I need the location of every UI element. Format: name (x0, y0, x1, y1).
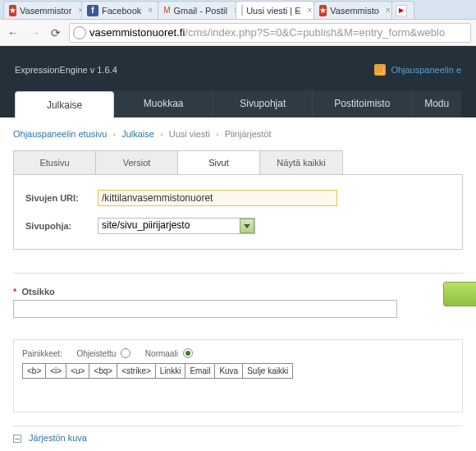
subtab-pages[interactable]: Sivut (178, 151, 260, 174)
format-buttons: <b> <i> <u> <bq> <strike> Linkki Email K… (22, 363, 454, 379)
strike-button[interactable]: <strike> (117, 363, 156, 379)
chevron-right-icon: › (109, 129, 119, 139)
minus-icon[interactable]: − (13, 435, 21, 443)
facebook-icon: f (87, 5, 98, 16)
reload-button[interactable]: ⟳ (48, 25, 64, 41)
email-button[interactable]: Email (185, 363, 215, 379)
mode-normal-radio[interactable] (183, 348, 193, 358)
breadcrumb-item: Piirijärjestöt (225, 129, 272, 139)
tab-label: Gmail - Postil (174, 6, 227, 16)
forward-button[interactable]: → (26, 25, 43, 41)
italic-button[interactable]: <i> (45, 363, 66, 379)
closeall-button[interactable]: Sulje kaikki (242, 363, 293, 379)
required-icon: * (13, 287, 16, 297)
tab-label: Uusi viesti | E (246, 6, 300, 16)
content-area: Ohjauspaneelin etusivu › Julkaise › Uusi… (0, 117, 476, 449)
editor-toolbar: Painikkeet: Ohjeistettu Normaali <b> <i>… (13, 339, 463, 412)
browser-tab[interactable]: ★ Vasemmistor × (3, 1, 82, 19)
close-icon[interactable]: × (308, 6, 313, 15)
browser-tab[interactable]: ★ Vasemmisto × (314, 1, 392, 19)
page-template-select[interactable]: site/sivu_piirijarjesto (98, 218, 255, 234)
bold-button[interactable]: <b> (22, 363, 46, 379)
star-icon: ★ (9, 5, 16, 16)
section-label: Järjestön kuva (29, 433, 87, 443)
address-bar[interactable]: vasemmistonuoret.fi /cms/index.php?S=0&C… (69, 23, 471, 43)
title-label-text: Otsikko (21, 287, 54, 297)
mode-normal-label: Normaali (145, 349, 178, 358)
nav-tab-mail[interactable]: Postitoimisto (313, 90, 412, 117)
help-icon (374, 64, 386, 76)
tab-label: Vasemmistor (20, 6, 71, 16)
link-button[interactable]: Linkki (155, 363, 186, 379)
mode-guided-radio[interactable] (121, 348, 130, 358)
blockquote-button[interactable]: <bq> (89, 363, 117, 379)
globe-icon (73, 26, 86, 39)
url-path: /cms/index.php?S=0&C=publish&M=entry_for… (185, 26, 445, 39)
url-host: vasemmistonuoret.fi (89, 26, 185, 39)
control-panel-help-link[interactable]: Ohjauspaneelin e (374, 64, 461, 76)
mode-guided-label: Ohjeistettu (76, 349, 116, 358)
breadcrumb: Ohjauspaneelin etusivu › Julkaise › Uusi… (7, 129, 469, 150)
browser-tab[interactable]: ▶ (391, 1, 414, 19)
browser-tab[interactable]: f Facebook × (81, 1, 158, 19)
submit-button[interactable] (443, 282, 476, 306)
chevron-right-icon: › (213, 129, 222, 139)
section-org-image[interactable]: − Järjestön kuva (13, 426, 463, 449)
page-uri-label: Sivujen URI: (25, 193, 98, 203)
nav-tab-modules[interactable]: Modu (412, 90, 461, 117)
gmail-icon: M (163, 5, 170, 16)
nav-tab-edit[interactable]: Muokkaa (114, 90, 213, 117)
main-nav: Julkaise Muokkaa Sivupohjat Postitoimist… (15, 90, 461, 117)
chevron-right-icon: › (157, 129, 167, 139)
buttons-label: Painikkeet: (22, 349, 62, 358)
breadcrumb-link[interactable]: Ohjauspaneelin etusivu (13, 129, 107, 139)
subtab-bar: Etusivu Versiot Sivut Näytä kaikki (13, 150, 343, 174)
close-icon[interactable]: × (386, 6, 391, 15)
title-label: * Otsikko (13, 287, 463, 297)
star-icon: ★ (319, 5, 327, 16)
breadcrumb-link[interactable]: Julkaise (121, 129, 154, 139)
tab-label: Facebook (102, 6, 141, 16)
browser-toolbar: ← → ⟳ vasemmistonuoret.fi /cms/index.php… (0, 20, 476, 46)
browser-tab[interactable]: M Gmail - Postil × (158, 1, 236, 19)
title-section: * Otsikko (13, 273, 463, 318)
chevron-down-icon[interactable] (240, 219, 254, 233)
youtube-icon: ▶ (396, 5, 407, 16)
help-link-label: Ohjauspaneelin e (391, 65, 461, 75)
breadcrumb-item: Uusi viesti (169, 129, 210, 139)
app-header: ExpressionEngine v 1.6.4 Ohjauspaneelin … (0, 46, 476, 117)
back-button[interactable]: ← (5, 25, 21, 41)
subtab-versions[interactable]: Versiot (96, 151, 178, 174)
pages-panel: Sivujen URI: Sivupohja: site/sivu_piirij… (13, 174, 463, 250)
subtab-frontpage[interactable]: Etusivu (14, 151, 96, 174)
browser-tab-active[interactable]: Uusi viesti | E × (236, 1, 314, 19)
browser-tab-strip: ★ Vasemmistor × f Facebook × M Gmail - P… (0, 0, 476, 20)
title-input[interactable] (13, 300, 397, 318)
image-button[interactable]: Kuva (214, 363, 243, 379)
select-value: site/sivu_piirijarjesto (102, 219, 190, 231)
engine-title: ExpressionEngine v 1.6.4 (15, 65, 117, 75)
nav-tab-templates[interactable]: Sivupohjat (213, 90, 313, 117)
page-icon (241, 5, 243, 16)
underline-button[interactable]: <u> (66, 363, 89, 379)
nav-tab-publish[interactable]: Julkaise (15, 91, 114, 118)
page-uri-input[interactable] (98, 190, 337, 206)
subtab-showall[interactable]: Näytä kaikki (260, 151, 342, 174)
close-icon[interactable]: × (148, 6, 153, 15)
tab-label: Vasemmisto (330, 6, 379, 16)
page-template-label: Sivupohja: (25, 221, 98, 231)
